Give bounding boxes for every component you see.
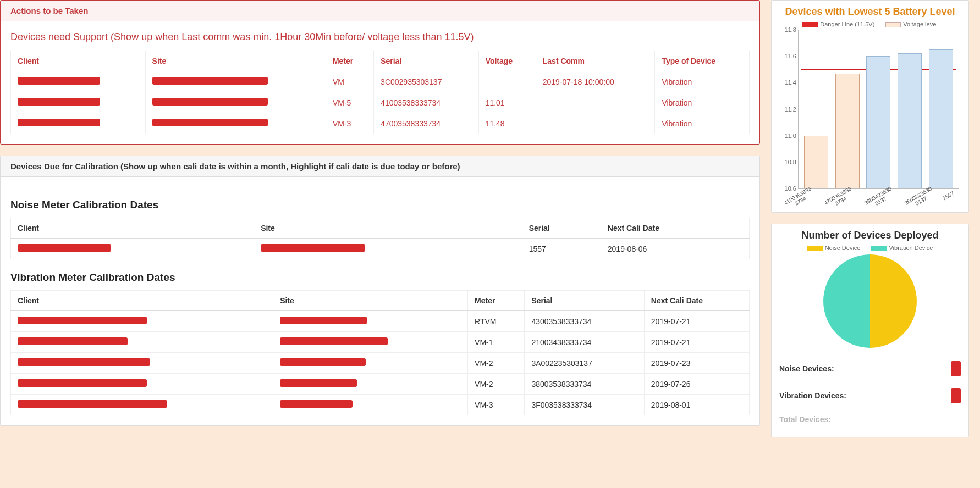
table-row[interactable]: VM-23A0022353031372019-07-23 [11, 353, 750, 374]
x-tick-label: 47003538333734 [823, 186, 855, 212]
redacted-text [280, 317, 367, 324]
cell-serial: 21003438333734 [525, 332, 644, 353]
cell-last_comm [536, 113, 655, 134]
cell-serial: 47003538333734 [374, 113, 479, 134]
cell-next: 2019-07-26 [644, 374, 749, 395]
col-next[interactable]: Next Cali Date [601, 218, 749, 239]
calibration-panel-header: Devices Due for Calibration (Show up whe… [1, 156, 759, 177]
cell-meter: VM-5 [326, 92, 373, 113]
redacted-text [18, 98, 100, 106]
cell-meter: VM-2 [468, 374, 525, 395]
redacted-text [18, 317, 147, 324]
table-row[interactable]: RTVM430035383337342019-07-21 [11, 311, 750, 332]
table-row[interactable]: VM-1210034383337342019-07-21 [11, 332, 750, 353]
table-row[interactable]: VM-2380035383337342019-07-26 [11, 374, 750, 395]
col-lastcomm[interactable]: Last Comm [536, 51, 655, 71]
col-site[interactable]: Site [254, 218, 522, 239]
col-client[interactable]: Client [11, 218, 254, 239]
cell-next: 2019-08-06 [601, 239, 749, 259]
redacted-text [152, 119, 268, 126]
cell-meter: VM-1 [468, 332, 525, 353]
actions-panel: Actions to be Taken Devices need Support… [0, 0, 760, 145]
redacted-text [18, 400, 167, 408]
col-site[interactable]: Site [145, 51, 326, 71]
redacted-text [280, 358, 365, 366]
redacted-text [18, 358, 150, 366]
y-tick-label: 11.0 [780, 132, 796, 139]
calibration-panel: Devices Due for Calibration (Show up whe… [0, 156, 760, 426]
voltage-legend-label: Voltage level [903, 21, 937, 27]
cell-serial: 38003538333734 [525, 374, 644, 395]
voltage-bar[interactable] [804, 136, 828, 188]
col-serial[interactable]: Serial [374, 51, 479, 71]
col-site[interactable]: Site [273, 291, 468, 311]
deploy-chart-card: Number of Devices Deployed Noise Device … [771, 224, 969, 437]
table-row[interactable]: VM-54100353833373411.01Vibration [11, 92, 750, 113]
y-tick-label: 11.4 [780, 79, 796, 86]
total-stat-label: Total Devices: [779, 415, 831, 424]
danger-legend-label: Danger Line (11.5V) [820, 21, 874, 27]
noise-swatch [807, 246, 823, 251]
cell-next: 2019-07-21 [644, 332, 749, 353]
danger-swatch [802, 22, 818, 27]
col-client[interactable]: Client [11, 51, 146, 71]
x-tick-label: 1557 [942, 190, 958, 207]
redacted-value [951, 388, 961, 403]
table-row[interactable]: 15572019-08-06 [11, 239, 750, 259]
x-tick-label: 26002335303137 [903, 186, 935, 212]
cell-serial: 3F003538333734 [525, 395, 644, 415]
voltage-bar[interactable] [866, 56, 890, 188]
y-tick-label: 11.8 [780, 26, 796, 33]
noise-devices-stat: Noise Devices: [779, 356, 961, 382]
col-serial[interactable]: Serial [522, 218, 601, 239]
cell-voltage [478, 71, 536, 92]
redacted-text [280, 337, 388, 345]
cell-next: 2019-08-01 [644, 395, 749, 415]
cell-next: 2019-07-23 [644, 353, 749, 374]
col-serial[interactable]: Serial [525, 291, 644, 311]
cell-voltage: 11.48 [478, 113, 536, 134]
redacted-text [280, 400, 353, 408]
col-voltage[interactable]: Voltage [478, 51, 536, 71]
cell-voltage: 11.01 [478, 92, 536, 113]
y-tick-label: 11.2 [780, 106, 796, 113]
table-row[interactable]: VM-33F0035383337342019-08-01 [11, 395, 750, 415]
voltage-bar[interactable] [835, 74, 860, 189]
cell-meter: VM-3 [326, 113, 373, 134]
redacted-text [18, 119, 100, 126]
cell-meter: VM [326, 71, 373, 92]
table-row[interactable]: VM3C0029353031372019-07-18 10:00:00Vibra… [11, 71, 750, 92]
redacted-text [280, 379, 357, 387]
col-meter[interactable]: Meter [468, 291, 525, 311]
col-type[interactable]: Type of Device [655, 51, 750, 71]
battery-chart-card: Devices with Lowest 5 Battery Level Dang… [771, 0, 969, 213]
col-next[interactable]: Next Cali Date [644, 291, 749, 311]
voltage-bar[interactable] [898, 53, 922, 188]
cell-last_comm [536, 92, 655, 113]
vibration-stat-label: Vibration Devices: [779, 391, 846, 400]
voltage-bar[interactable] [929, 49, 953, 188]
y-tick-label: 10.8 [780, 159, 796, 165]
noise-legend-label: Noise Device [825, 245, 861, 251]
cell-serial: 43003538333734 [525, 311, 644, 332]
cell-meter: VM-2 [468, 353, 525, 374]
col-client[interactable]: Client [11, 291, 273, 311]
cell-serial: 41003538333734 [374, 92, 479, 113]
cell-next: 2019-07-21 [644, 311, 749, 332]
redacted-text [152, 77, 268, 85]
table-row[interactable]: VM-34700353833373411.48Vibration [11, 113, 750, 134]
support-table: Client Site Meter Serial Voltage Last Co… [10, 51, 750, 134]
vibration-cali-heading: Vibration Meter Calibration Dates [10, 271, 750, 284]
redacted-text [18, 379, 147, 387]
noise-cali-heading: Noise Meter Calibration Dates [10, 199, 750, 211]
vibration-cali-table: Client Site Meter Serial Next Cali Date … [10, 290, 750, 415]
noise-stat-label: Noise Devices: [779, 364, 834, 373]
cell-type: Vibration [655, 71, 750, 92]
cell-serial: 3A002235303137 [525, 353, 644, 374]
redacted-text [18, 244, 111, 252]
y-tick-label: 11.6 [780, 53, 796, 59]
col-meter[interactable]: Meter [326, 51, 373, 71]
deploy-legend: Noise Device Vibration Device [779, 245, 961, 251]
vibration-devices-stat: Vibration Devices: [779, 382, 961, 409]
support-table-header: Client Site Meter Serial Voltage Last Co… [11, 51, 750, 71]
